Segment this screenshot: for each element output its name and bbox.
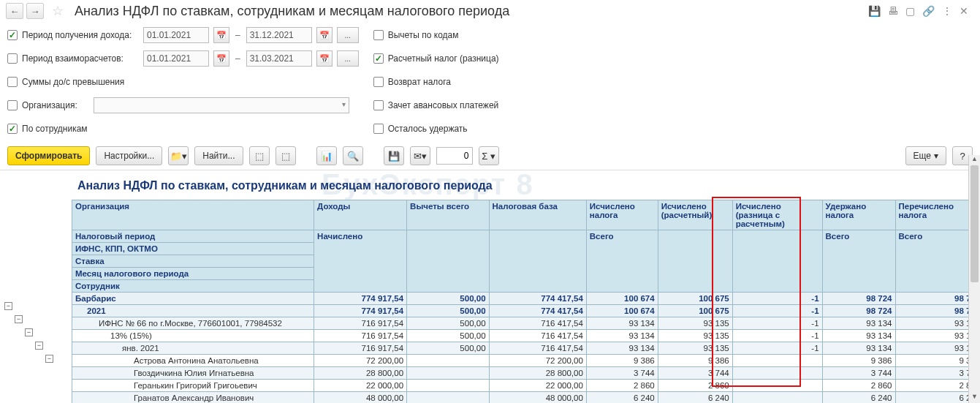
kebab-menu-icon[interactable]: ⋮ <box>942 5 952 17</box>
filter-right-column: Вычеты по кодамРасчетный налог (разница)… <box>373 26 499 138</box>
scroll-up-arrow[interactable]: ▲ <box>969 155 980 165</box>
col-3: Исчислено налога <box>586 200 658 230</box>
number-input[interactable] <box>436 147 473 165</box>
cell-8-7: 6 240 <box>895 392 980 404</box>
row-header-4: Месяц налогового периода <box>72 268 314 280</box>
row-label-5: Астрова Антонина Анатольевна <box>72 355 314 367</box>
cell-6-1 <box>407 367 489 380</box>
right-check-2[interactable] <box>373 77 384 87</box>
cell-0-4: 100 675 <box>658 293 732 305</box>
report-icon[interactable]: ▢ <box>905 5 915 17</box>
tree-collapse-3[interactable]: − <box>35 342 43 350</box>
collapse-button[interactable]: ⬚ <box>276 146 296 165</box>
sum-button[interactable]: Σ ▾ <box>479 146 499 165</box>
cell-2-5: -1 <box>732 317 822 330</box>
more-button[interactable]: Еще ▾ <box>905 146 946 165</box>
chart-button[interactable]: 📊 <box>316 146 337 165</box>
calendar-icon[interactable]: 📅 <box>316 50 333 67</box>
cell-7-0: 22 000,00 <box>314 380 407 392</box>
mail-button[interactable]: ✉▾ <box>410 146 430 165</box>
income-period-to[interactable] <box>246 27 312 43</box>
tree-collapse-4[interactable]: − <box>45 355 53 363</box>
cell-5-2: 72 200,00 <box>489 355 586 367</box>
cell-1-1: 500,00 <box>407 305 489 317</box>
cell-2-3: 93 134 <box>586 317 658 330</box>
favorite-star-icon[interactable]: ☆ <box>50 3 66 19</box>
cell-3-7: 93 134 <box>895 330 980 342</box>
close-icon[interactable]: ✕ <box>960 5 968 17</box>
cell-7-7: 2 860 <box>895 380 980 392</box>
cell-5-3: 9 386 <box>586 355 658 367</box>
cell-3-3: 93 134 <box>586 330 658 342</box>
cell-7-4: 2 860 <box>658 380 732 392</box>
cell-7-1 <box>407 380 489 392</box>
cell-4-3: 93 134 <box>586 342 658 355</box>
income-period-checkbox[interactable] <box>7 30 18 40</box>
cell-3-4: 93 135 <box>658 330 732 342</box>
right-check-0[interactable] <box>373 30 384 40</box>
period-picker-button[interactable]: ... <box>337 27 359 43</box>
period-picker-button[interactable]: ... <box>337 50 359 67</box>
forward-button[interactable]: → <box>26 3 44 19</box>
tree-collapse-2[interactable]: − <box>25 328 33 336</box>
tree-collapse-0[interactable]: − <box>4 302 12 310</box>
col-sub-5 <box>732 230 822 293</box>
cell-6-2: 28 800,00 <box>489 367 586 380</box>
org-label: Организация: <box>22 100 89 110</box>
cell-1-2: 774 417,54 <box>489 305 586 317</box>
sums-exceed-checkbox[interactable] <box>7 77 18 87</box>
scroll-down-arrow[interactable]: ▼ <box>969 393 980 403</box>
report-title: Анализ НДФЛ по ставкам, сотрудникам и ме… <box>72 176 980 200</box>
calendar-icon[interactable]: 📅 <box>316 27 333 43</box>
cell-7-3: 2 860 <box>586 380 658 392</box>
vertical-scrollbar[interactable]: ▲ ▼ <box>968 155 980 403</box>
col-sub-4 <box>658 230 732 293</box>
right-check-4[interactable] <box>373 124 384 134</box>
right-check-3[interactable] <box>373 100 384 110</box>
cell-1-7: 98 724 <box>895 305 980 317</box>
find-button[interactable]: Найти... <box>194 146 243 165</box>
report-area[interactable]: −−−−− Анализ НДФЛ по ставкам, сотрудника… <box>0 170 980 403</box>
back-button[interactable]: ← <box>6 3 23 19</box>
right-check-label-1: Расчетный налог (разница) <box>388 53 499 64</box>
settle-period-from[interactable] <box>143 50 209 67</box>
variants-button[interactable]: 📁▾ <box>168 146 189 165</box>
tree-collapse-1[interactable]: − <box>15 315 23 323</box>
save-disk-button[interactable]: 💾 <box>384 146 404 165</box>
by-employees-checkbox[interactable] <box>7 124 18 134</box>
link-icon[interactable]: 🔗 <box>922 5 935 17</box>
cell-3-1: 500,00 <box>407 330 489 342</box>
cell-0-0: 774 917,54 <box>314 293 407 305</box>
org-combo[interactable] <box>94 97 349 113</box>
settings-button[interactable]: Настройки... <box>96 146 162 165</box>
calendar-icon[interactable]: 📅 <box>213 50 229 67</box>
cell-4-5: -1 <box>732 342 822 355</box>
cell-6-7: 3 744 <box>895 367 980 380</box>
row-header-1: Налоговый период <box>72 230 314 243</box>
expand-button[interactable]: ⬚ <box>249 146 270 165</box>
print-preview-button[interactable]: 🔍 <box>343 146 363 165</box>
cell-5-5 <box>732 355 822 367</box>
settle-period-to[interactable] <box>246 50 312 67</box>
print-icon[interactable]: 🖶 <box>888 5 898 17</box>
right-check-label-2: Возврат налога <box>388 77 451 87</box>
cell-0-3: 100 674 <box>586 293 658 305</box>
col-side: Организация <box>72 200 314 230</box>
save-icon[interactable]: 💾 <box>868 5 881 17</box>
income-period-from[interactable] <box>143 27 209 43</box>
cell-1-3: 100 674 <box>586 305 658 317</box>
cell-4-0: 716 917,54 <box>314 342 407 355</box>
calendar-icon[interactable]: 📅 <box>213 27 229 43</box>
cell-8-6: 6 240 <box>822 392 895 404</box>
org-checkbox[interactable] <box>7 100 18 110</box>
cell-0-6: 98 724 <box>822 293 895 305</box>
cell-1-0: 774 917,54 <box>314 305 407 317</box>
scroll-thumb[interactable] <box>970 165 979 282</box>
col-4: Исчислено (расчетный) <box>658 200 732 230</box>
settle-period-label: Период взаиморасчетов: <box>22 53 139 64</box>
filter-left-column: Период получения дохода: 📅 – 📅 ... Перио… <box>7 26 359 138</box>
right-check-1[interactable] <box>373 53 384 64</box>
col-sub-7: Всего <box>895 230 980 293</box>
settle-period-checkbox[interactable] <box>7 53 18 64</box>
form-button[interactable]: Сформировать <box>7 146 90 165</box>
